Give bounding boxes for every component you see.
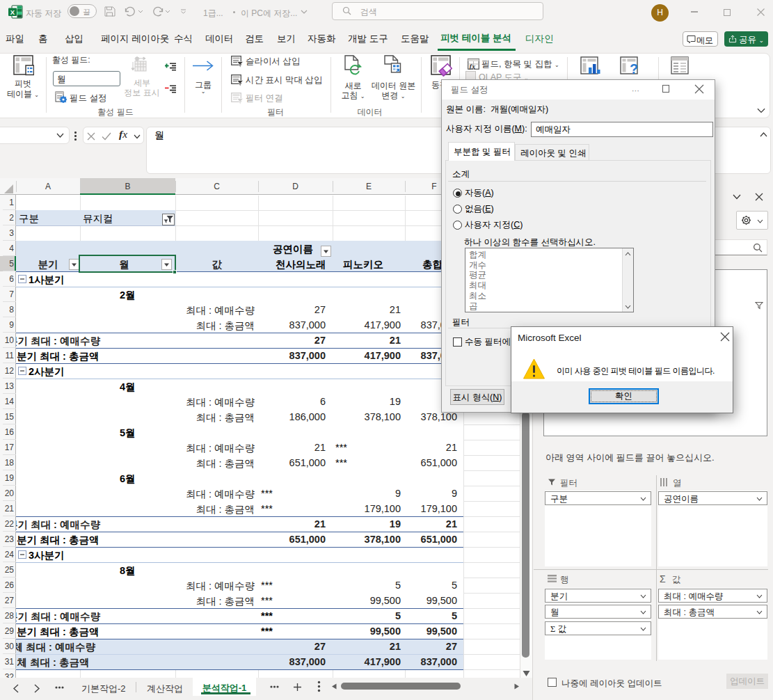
svg-text:?: ? xyxy=(630,61,638,74)
svg-text:fx: fx xyxy=(470,63,476,70)
svg-text:X: X xyxy=(10,8,15,16)
